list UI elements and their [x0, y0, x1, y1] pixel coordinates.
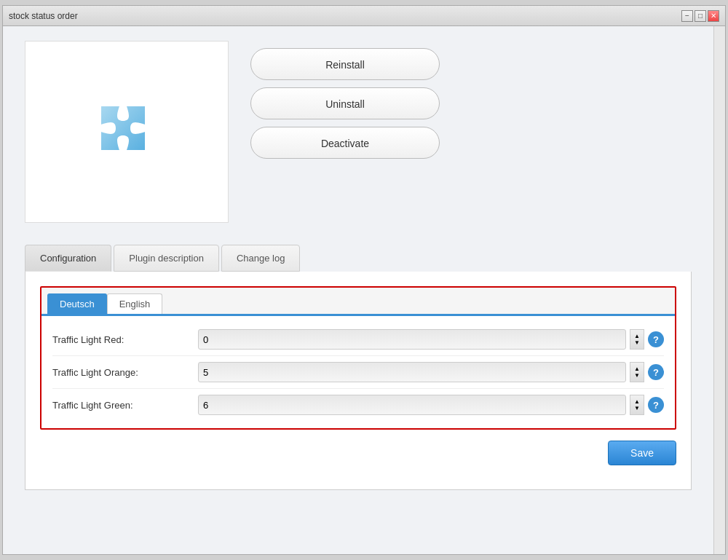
field-label-green: Traffic Light Green: — [52, 400, 198, 411]
field-input-group-red: ▲ ▼ ? — [198, 329, 664, 350]
spinner-orange[interactable]: ▲ ▼ — [630, 362, 644, 382]
field-row-red: Traffic Light Red: ▲ ▼ ? — [52, 323, 664, 356]
content-area: Reinstall Uninstall Deactivate Configura… — [3, 26, 725, 554]
field-input-group-green: ▲ ▼ ? — [198, 395, 664, 415]
field-label-red: Traffic Light Red: — [52, 334, 198, 345]
scrollbar-track[interactable] — [713, 26, 725, 554]
close-button[interactable]: ✕ — [708, 10, 719, 22]
field-input-green[interactable] — [198, 395, 626, 415]
tab-plugin-description[interactable]: Plugin description — [114, 245, 219, 272]
lang-tab-bar: Deutsch English — [41, 288, 675, 316]
titlebar: stock status order − □ ✕ — [3, 6, 725, 26]
field-row-green: Traffic Light Green: ▲ ▼ ? — [52, 389, 664, 421]
config-fields: Traffic Light Red: ▲ ▼ ? — [41, 316, 675, 428]
field-row-orange: Traffic Light Orange: ▲ ▼ ? — [52, 356, 664, 389]
help-button-orange[interactable]: ? — [648, 364, 664, 380]
top-section: Reinstall Uninstall Deactivate — [25, 41, 692, 223]
spinner-red[interactable]: ▲ ▼ — [630, 329, 644, 350]
tab-content-configuration: Deutsch English Traffic Light Red: — [25, 272, 692, 490]
deactivate-button[interactable]: Deactivate — [250, 127, 440, 159]
window-controls: − □ ✕ — [681, 10, 719, 22]
reinstall-button[interactable]: Reinstall — [250, 48, 440, 80]
save-button[interactable]: Save — [608, 441, 676, 465]
tab-change-log[interactable]: Change log — [221, 245, 301, 272]
field-input-orange[interactable] — [198, 362, 626, 382]
uninstall-button[interactable]: Uninstall — [250, 87, 440, 119]
main-window: stock status order − □ ✕ — [2, 5, 726, 555]
save-row: Save — [40, 430, 676, 469]
tab-configuration[interactable]: Configuration — [25, 245, 111, 272]
minimize-button[interactable]: − — [681, 10, 693, 22]
config-panel: Deutsch English Traffic Light Red: — [40, 286, 676, 430]
puzzle-icon — [87, 92, 167, 172]
spinner-green[interactable]: ▲ ▼ — [630, 395, 644, 415]
plugin-icon-box — [25, 41, 229, 223]
main-content: Reinstall Uninstall Deactivate Configura… — [3, 26, 713, 554]
lang-tab-deutsch[interactable]: Deutsch — [47, 293, 107, 314]
field-input-red[interactable] — [198, 329, 626, 350]
field-label-orange: Traffic Light Orange: — [52, 367, 198, 378]
action-buttons: Reinstall Uninstall Deactivate — [250, 41, 440, 223]
help-button-green[interactable]: ? — [648, 397, 664, 413]
tab-bar: Configuration Plugin description Change … — [25, 245, 692, 272]
lang-tab-english[interactable]: English — [107, 293, 163, 314]
window-title: stock status order — [9, 11, 78, 21]
help-button-red[interactable]: ? — [648, 331, 664, 347]
restore-button[interactable]: □ — [695, 10, 706, 22]
tabs-section: Configuration Plugin description Change … — [25, 245, 692, 490]
field-input-group-orange: ▲ ▼ ? — [198, 362, 664, 382]
